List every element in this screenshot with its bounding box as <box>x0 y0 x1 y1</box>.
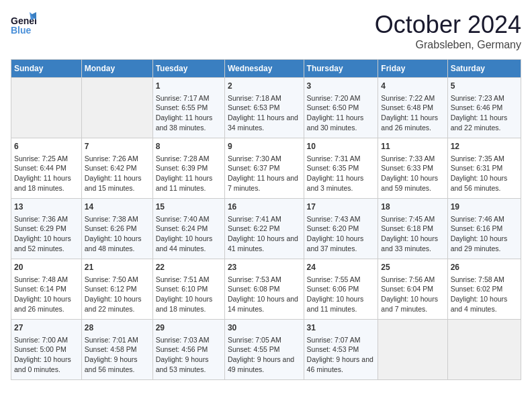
calendar-cell: 2Sunrise: 7:18 AMSunset: 6:53 PMDaylight… <box>224 78 304 138</box>
daylight-text: Daylight: 10 hours and 37 minutes. <box>307 234 375 253</box>
daylight-text: Daylight: 10 hours and 48 minutes. <box>85 234 150 253</box>
day-number: 28 <box>85 322 150 334</box>
weekday-header-friday: Friday <box>378 60 447 78</box>
calendar-week-2: 6Sunrise: 7:25 AMSunset: 6:44 PMDaylight… <box>11 138 521 199</box>
daylight-text: Daylight: 9 hours and 53 minutes. <box>156 355 222 374</box>
sunrise-text: Sunrise: 7:28 AM <box>156 154 222 164</box>
calendar-cell: 8Sunrise: 7:28 AMSunset: 6:39 PMDaylight… <box>152 138 224 199</box>
sunrise-text: Sunrise: 7:25 AM <box>14 154 79 164</box>
calendar-cell: 9Sunrise: 7:30 AMSunset: 6:37 PMDaylight… <box>224 138 304 199</box>
calendar-cell: 25Sunrise: 7:56 AMSunset: 6:04 PMDayligh… <box>378 259 447 320</box>
sunset-text: Sunset: 6:50 PM <box>307 103 375 113</box>
sunrise-text: Sunrise: 7:51 AM <box>156 275 222 285</box>
weekday-header-thursday: Thursday <box>304 60 378 78</box>
sunrise-text: Sunrise: 7:56 AM <box>381 275 444 285</box>
sunset-text: Sunset: 6:12 PM <box>85 284 150 294</box>
day-number: 2 <box>228 81 301 92</box>
day-number: 11 <box>381 141 444 152</box>
calendar-cell: 30Sunrise: 7:05 AMSunset: 4:55 PMDayligh… <box>224 320 304 380</box>
calendar-cell <box>447 320 521 380</box>
sunset-text: Sunset: 6:24 PM <box>156 224 222 234</box>
calendar-cell <box>11 78 82 138</box>
sunrise-text: Sunrise: 7:35 AM <box>451 154 518 164</box>
sunset-text: Sunset: 6:10 PM <box>156 284 222 294</box>
day-number: 10 <box>307 141 375 152</box>
sunset-text: Sunset: 6:53 PM <box>228 103 301 113</box>
day-number: 17 <box>307 201 375 213</box>
daylight-text: Daylight: 11 hours and 11 minutes. <box>156 173 222 193</box>
sunrise-text: Sunrise: 7:40 AM <box>156 214 222 224</box>
day-number: 6 <box>14 141 79 152</box>
sunrise-text: Sunrise: 7:45 AM <box>381 214 444 224</box>
sunrise-text: Sunrise: 7:38 AM <box>85 214 150 224</box>
sunrise-text: Sunrise: 7:01 AM <box>85 335 150 345</box>
daylight-text: Daylight: 11 hours and 18 minutes. <box>14 173 79 193</box>
daylight-text: Daylight: 11 hours and 15 minutes. <box>85 173 150 193</box>
sunrise-text: Sunrise: 7:00 AM <box>14 335 79 345</box>
sunset-text: Sunset: 6:42 PM <box>85 163 150 173</box>
day-number: 12 <box>451 141 518 152</box>
svg-text:Blue: Blue <box>11 25 32 36</box>
calendar-cell: 29Sunrise: 7:03 AMSunset: 4:56 PMDayligh… <box>152 320 224 380</box>
calendar-cell: 7Sunrise: 7:26 AMSunset: 6:42 PMDaylight… <box>81 138 152 199</box>
daylight-text: Daylight: 11 hours and 30 minutes. <box>307 113 375 132</box>
sunrise-text: Sunrise: 7:23 AM <box>451 93 518 103</box>
sunset-text: Sunset: 6:06 PM <box>307 284 375 294</box>
sunrise-text: Sunrise: 7:36 AM <box>14 214 79 224</box>
sunrise-text: Sunrise: 7:26 AM <box>85 154 150 164</box>
calendar-week-3: 13Sunrise: 7:36 AMSunset: 6:29 PMDayligh… <box>11 199 521 259</box>
sunset-text: Sunset: 6:08 PM <box>228 284 301 294</box>
day-number: 16 <box>228 201 301 213</box>
calendar-cell: 5Sunrise: 7:23 AMSunset: 6:46 PMDaylight… <box>447 78 521 138</box>
day-number: 19 <box>451 201 518 213</box>
sunset-text: Sunset: 4:58 PM <box>85 345 150 355</box>
weekday-header-tuesday: Tuesday <box>152 60 224 78</box>
sunrise-text: Sunrise: 7:22 AM <box>381 93 444 103</box>
calendar-cell: 22Sunrise: 7:51 AMSunset: 6:10 PMDayligh… <box>152 259 224 320</box>
calendar-cell <box>378 320 447 380</box>
calendar-cell: 24Sunrise: 7:55 AMSunset: 6:06 PMDayligh… <box>304 259 378 320</box>
sunset-text: Sunset: 6:04 PM <box>381 284 444 294</box>
calendar-cell: 12Sunrise: 7:35 AMSunset: 6:31 PMDayligh… <box>447 138 521 199</box>
sunrise-text: Sunrise: 7:55 AM <box>307 275 375 285</box>
sunset-text: Sunset: 6:35 PM <box>307 163 375 173</box>
sunset-text: Sunset: 6:18 PM <box>381 224 444 234</box>
day-number: 4 <box>381 81 444 92</box>
sunrise-text: Sunrise: 7:46 AM <box>451 214 518 224</box>
daylight-text: Daylight: 10 hours and 4 minutes. <box>451 294 518 314</box>
weekday-header-monday: Monday <box>81 60 152 78</box>
sunset-text: Sunset: 6:20 PM <box>307 224 375 234</box>
weekday-header-row: SundayMondayTuesdayWednesdayThursdayFrid… <box>11 60 521 78</box>
day-number: 29 <box>156 322 222 334</box>
sunset-text: Sunset: 6:46 PM <box>451 103 518 113</box>
daylight-text: Daylight: 10 hours and 0 minutes. <box>14 355 79 374</box>
day-number: 23 <box>228 262 301 273</box>
calendar-cell: 1Sunrise: 7:17 AMSunset: 6:55 PMDaylight… <box>152 78 224 138</box>
sunrise-text: Sunrise: 7:05 AM <box>228 335 301 345</box>
calendar-cell: 23Sunrise: 7:53 AMSunset: 6:08 PMDayligh… <box>224 259 304 320</box>
sunset-text: Sunset: 6:37 PM <box>228 163 301 173</box>
sunset-text: Sunset: 6:29 PM <box>14 224 79 234</box>
sunset-text: Sunset: 6:48 PM <box>381 103 444 113</box>
daylight-text: Daylight: 11 hours and 22 minutes. <box>451 113 518 132</box>
month-title: October 2024 <box>375 11 521 39</box>
calendar-cell: 10Sunrise: 7:31 AMSunset: 6:35 PMDayligh… <box>304 138 378 199</box>
day-number: 8 <box>156 141 222 152</box>
daylight-text: Daylight: 11 hours and 38 minutes. <box>156 113 222 132</box>
sunrise-text: Sunrise: 7:58 AM <box>451 275 518 285</box>
calendar-week-1: 1Sunrise: 7:17 AMSunset: 6:55 PMDaylight… <box>11 78 521 138</box>
daylight-text: Daylight: 10 hours and 18 minutes. <box>156 294 222 314</box>
daylight-text: Daylight: 9 hours and 56 minutes. <box>85 355 150 374</box>
calendar-cell: 6Sunrise: 7:25 AMSunset: 6:44 PMDaylight… <box>11 138 82 199</box>
daylight-text: Daylight: 10 hours and 52 minutes. <box>14 234 79 253</box>
sunrise-text: Sunrise: 7:20 AM <box>307 93 375 103</box>
calendar-week-5: 27Sunrise: 7:00 AMSunset: 5:00 PMDayligh… <box>11 320 521 380</box>
daylight-text: Daylight: 11 hours and 34 minutes. <box>228 113 301 132</box>
calendar-cell: 20Sunrise: 7:48 AMSunset: 6:14 PMDayligh… <box>11 259 82 320</box>
daylight-text: Daylight: 11 hours and 3 minutes. <box>307 173 375 193</box>
daylight-text: Daylight: 10 hours and 26 minutes. <box>14 294 79 314</box>
sunset-text: Sunset: 4:55 PM <box>228 345 301 355</box>
logo: General Blue <box>11 11 36 39</box>
daylight-text: Daylight: 11 hours and 7 minutes. <box>228 173 301 193</box>
logo-icon: General Blue <box>11 11 36 39</box>
